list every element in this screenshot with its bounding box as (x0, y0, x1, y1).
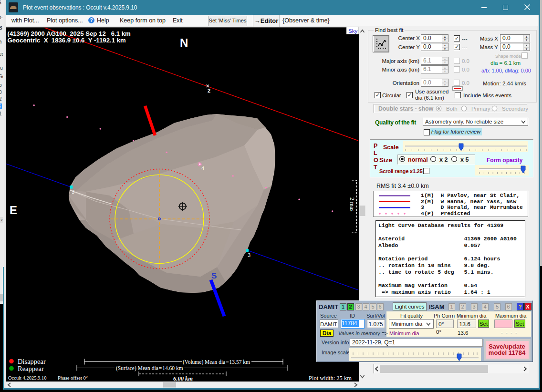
svg-text:N: N (180, 36, 188, 49)
svg-text:2: 2 (208, 88, 210, 93)
svg-text:Plot width: 25 km: Plot width: 25 km (309, 375, 352, 382)
svg-text:6.00 km: 6.00 km (173, 375, 193, 382)
svg-text:Geocentric X 1836.9 ±0.6 Y: Geocentric X 1836.9 ±0.6 Y -1192.1 km (8, 37, 126, 44)
svg-text:2 mas: 2 mas (349, 197, 355, 212)
svg-text:(41369) 2000 AG100 2025 Sep 1: (41369) 2000 AG100 2025 Sep 12 6.1 km (8, 30, 131, 37)
svg-text:4: 4 (201, 165, 204, 171)
svg-text:(Surface) Mean dia = 14.60 km: (Surface) Mean dia = 14.60 km (116, 365, 183, 371)
svg-text:S: S (211, 271, 217, 280)
svg-text:Occult 4.2025.9.10: Occult 4.2025.9.10 (8, 375, 47, 381)
svg-text:(Volume) Mean dia = 13.57 km: (Volume) Mean dia = 13.57 km (183, 359, 250, 365)
svg-text:Phase offset 0°: Phase offset 0° (58, 375, 88, 381)
svg-text:3: 3 (248, 252, 250, 258)
svg-text:3: 3 (72, 189, 74, 195)
svg-text:Sky: Sky (348, 28, 357, 34)
svg-text:Reappear: Reappear (18, 365, 44, 372)
svg-text:E: E (10, 204, 17, 217)
svg-text:Disappear: Disappear (18, 358, 46, 365)
